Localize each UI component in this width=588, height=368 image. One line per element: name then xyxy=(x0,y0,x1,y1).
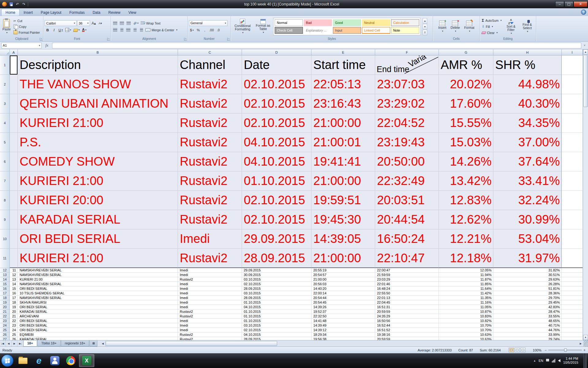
cell-A8[interactable] xyxy=(10,191,18,210)
cell-H11[interactable]: 31.97% xyxy=(493,249,562,268)
copy-button[interactable]: Copy xyxy=(13,24,40,29)
cell-E24[interactable]: 14:39:49 xyxy=(311,323,375,328)
cell-A15[interactable]: 14 xyxy=(10,282,18,286)
cell-E19[interactable]: 20:54:45 xyxy=(311,300,375,305)
cell-H22[interactable]: 33.55% xyxy=(493,314,562,319)
column-header-C[interactable]: C xyxy=(178,49,242,56)
fill-button[interactable]: ⇩Fill xyxy=(481,24,502,29)
cell-A11[interactable] xyxy=(10,249,18,268)
cell-B12[interactable]: NAMSKHVREVEBI SERIAL xyxy=(18,268,178,273)
zoom-out-button[interactable]: − xyxy=(545,348,547,352)
cell-C14[interactable]: Rustavi2 xyxy=(178,277,242,282)
cell-H9[interactable]: 30.99% xyxy=(493,210,562,229)
cell-A22[interactable]: 21 xyxy=(10,314,18,319)
cell-E4[interactable]: 21:00:00 xyxy=(311,113,375,133)
cell-B7[interactable]: KURIERI 21:00 xyxy=(18,171,178,191)
name-box[interactable]: A1 xyxy=(1,43,42,48)
cell-G26[interactable]: 10.63% xyxy=(439,332,493,337)
merge-center-button[interactable]: ↔Merge & Center xyxy=(145,27,178,33)
cell-B16[interactable]: ORI BEDI SERIAL xyxy=(18,286,178,291)
row-header-22[interactable]: 22 xyxy=(0,314,10,319)
cell-F25[interactable]: 16:51:52 xyxy=(375,328,439,332)
row-header-7[interactable]: 7 xyxy=(0,171,10,191)
language-indicator[interactable]: EN xyxy=(539,359,543,362)
cell-B11[interactable]: KURIERI 21:00 xyxy=(18,249,178,268)
cell-A2[interactable] xyxy=(10,75,18,94)
row-header-14[interactable]: 14 xyxy=(0,277,10,282)
expand-formula-bar-button[interactable]: ˅ xyxy=(582,44,587,47)
cell-D12[interactable]: 29.09.2015 xyxy=(242,268,311,273)
cell-C7[interactable]: Rustavi2 xyxy=(178,171,242,191)
cell-E17[interactable]: 22:00:14 xyxy=(311,291,375,296)
zoom-in-button[interactable]: + xyxy=(583,348,586,352)
cell-G19[interactable]: 11.16% xyxy=(439,300,493,305)
cell-A12[interactable]: 11 xyxy=(10,268,18,273)
row-header-6[interactable]: 6 xyxy=(0,152,10,171)
network-icon[interactable] xyxy=(552,359,555,362)
cell-B15[interactable]: NAMSKHVREVEBI SERIAL xyxy=(18,282,178,286)
font-family-combo[interactable]: Calibri xyxy=(45,20,77,26)
clock[interactable]: 1:44 PM 10/5/2015 xyxy=(563,357,578,365)
cell-G23[interactable]: 10.82% xyxy=(439,319,493,323)
cell-C1[interactable]: Channel xyxy=(178,56,242,75)
column-header-B[interactable]: B xyxy=(18,49,178,56)
cell-F17[interactable]: 22:55:50 xyxy=(375,291,439,296)
cell-B13[interactable]: NAMSKHVREVEBI SERIAL xyxy=(18,273,178,277)
cell-F11[interactable]: 22:10:47 xyxy=(375,249,439,268)
cell-C9[interactable]: Rustavi2 xyxy=(178,210,242,229)
scroll-up-arrow[interactable]: ▲ xyxy=(583,49,588,55)
grow-font-button[interactable]: A▴ xyxy=(91,20,97,26)
ribbon-tab-formulas[interactable]: Formulas xyxy=(65,9,89,16)
format-painter-button[interactable]: Format Painter xyxy=(13,30,40,35)
cell-B10[interactable]: ORI BEDI SERIAL xyxy=(18,229,178,249)
ribbon-tab-view[interactable]: View xyxy=(124,9,140,16)
cell-H21[interactable]: 28.47% xyxy=(493,309,562,314)
next-sheet-button[interactable]: ▶ xyxy=(12,340,17,347)
cell-D24[interactable]: 03.10.2015 xyxy=(242,323,311,328)
cell-B26[interactable]: EQIMEBI xyxy=(18,332,178,337)
delete-cells-button[interactable]: × Delete xyxy=(450,20,461,33)
cell-E26[interactable]: 18:29:34 xyxy=(311,332,375,337)
cell-A23[interactable]: 22 xyxy=(10,319,18,323)
page-layout-view-button[interactable] xyxy=(514,348,520,352)
close-button[interactable]: ✕ xyxy=(574,1,587,7)
save-button[interactable] xyxy=(9,2,13,6)
cell-B25[interactable]: ORI BEDI SERIAL xyxy=(18,328,178,332)
normal-view-button[interactable] xyxy=(509,348,514,352)
sort-filter-button[interactable]: AZ Sort & Filter xyxy=(503,17,518,36)
maximize-button[interactable]: ▢ xyxy=(564,1,573,7)
cell-A4[interactable] xyxy=(10,113,18,133)
cell-I27[interactable] xyxy=(562,337,583,340)
cell-B3[interactable]: QERIS UBANI ANIMATION xyxy=(18,94,178,113)
cell-E22[interactable]: 22:32:50 xyxy=(311,314,375,319)
ribbon-tab-data[interactable]: Data xyxy=(89,9,104,16)
cell-I7[interactable] xyxy=(562,171,583,191)
cell-D18[interactable]: 28.09.2015 xyxy=(242,296,311,300)
cell-H18[interactable]: 29.70% xyxy=(493,296,562,300)
cell-H3[interactable]: 40.30% xyxy=(493,94,562,113)
cell-F12[interactable]: 22:00:47 xyxy=(375,268,439,273)
cell-D26[interactable]: 04.10.2015 xyxy=(242,332,311,337)
style-chip-bad[interactable]: Bad xyxy=(304,19,332,26)
align-top-button[interactable] xyxy=(112,20,118,26)
row-header-27[interactable]: 27 xyxy=(0,337,10,340)
column-header-H[interactable]: H xyxy=(493,49,562,56)
font-dialog-launcher[interactable] xyxy=(107,38,110,40)
undo-button[interactable]: ↶ xyxy=(15,2,20,6)
cell-H24[interactable]: 40.71% xyxy=(493,323,562,328)
cell-D16[interactable]: 28.09.2015 xyxy=(242,286,311,291)
zoom-level[interactable]: 100% xyxy=(531,348,541,352)
cell-H27[interactable]: 29.74% xyxy=(493,337,562,340)
cell-C18[interactable]: Imedi xyxy=(178,296,242,300)
cell-I18[interactable] xyxy=(562,296,583,300)
cell-C4[interactable]: Rustavi2 xyxy=(178,113,242,133)
cell-F19[interactable]: 22:04:45 xyxy=(375,300,439,305)
cell-D17[interactable]: 03.10.2015 xyxy=(242,291,311,296)
gallery-up-button[interactable]: ▲ xyxy=(423,18,427,24)
comma-style-button[interactable]: , xyxy=(202,27,208,33)
cell-A10[interactable] xyxy=(10,229,18,249)
row-header-23[interactable]: 23 xyxy=(0,319,10,323)
column-header-D[interactable]: D xyxy=(242,49,311,56)
cell-F8[interactable]: 20:03:51 xyxy=(375,191,439,210)
cell-A5[interactable] xyxy=(10,133,18,152)
